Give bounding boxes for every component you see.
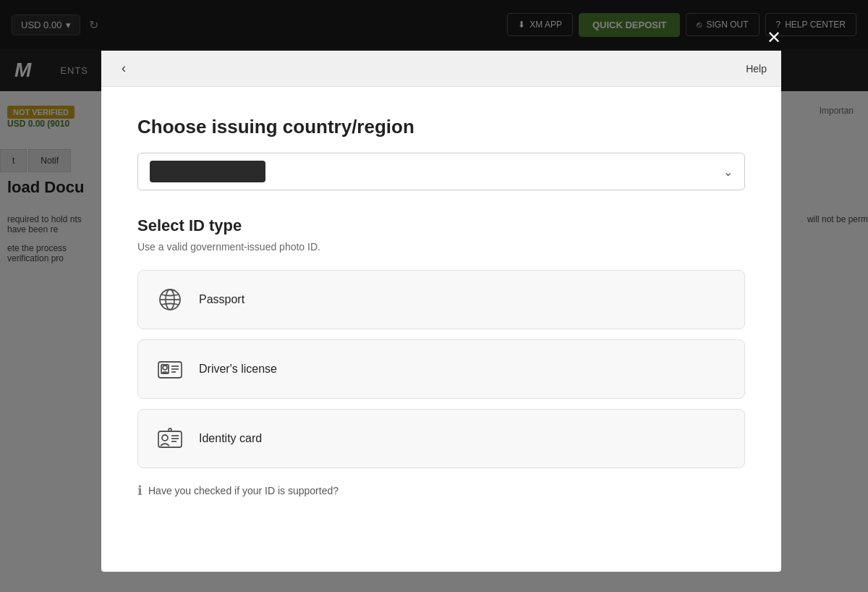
help-link[interactable]: Help — [746, 63, 767, 75]
passport-label: Passport — [199, 293, 244, 306]
back-button[interactable]: ‹ — [116, 61, 132, 76]
svg-point-8 — [163, 365, 167, 370]
info-text: Have you checked if your ID is supported… — [148, 485, 339, 496]
drivers-license-option[interactable]: Driver's license — [137, 339, 745, 399]
info-row: ℹ Have you checked if your ID is support… — [137, 483, 745, 499]
identity-card-option[interactable]: Identity card — [137, 409, 745, 468]
country-dropdown[interactable]: ⌄ — [137, 153, 745, 190]
id-subtitle: Use a valid government-issued photo ID. — [137, 241, 745, 253]
identity-card-label: Identity card — [199, 432, 262, 445]
passport-option[interactable]: Passport — [137, 270, 745, 329]
modal: ✕ ‹ Help Choose issuing country/region ⌄… — [101, 51, 781, 572]
country-selected-value — [150, 161, 265, 182]
modal-title: Choose issuing country/region — [137, 116, 745, 138]
dropdown-arrow-icon: ⌄ — [723, 165, 733, 179]
passport-icon — [156, 285, 184, 314]
modal-body: Choose issuing country/region ⌄ Select I… — [101, 87, 781, 528]
drivers-license-label: Driver's license — [199, 363, 277, 376]
svg-point-14 — [169, 428, 171, 431]
modal-header: ‹ Help — [101, 51, 781, 87]
identity-card-icon — [156, 424, 184, 453]
svg-point-10 — [162, 435, 168, 441]
drivers-license-icon — [156, 355, 184, 384]
id-section-title: Select ID type — [137, 216, 745, 235]
close-button[interactable]: ✕ — [761, 25, 787, 51]
info-icon: ℹ — [137, 483, 142, 499]
